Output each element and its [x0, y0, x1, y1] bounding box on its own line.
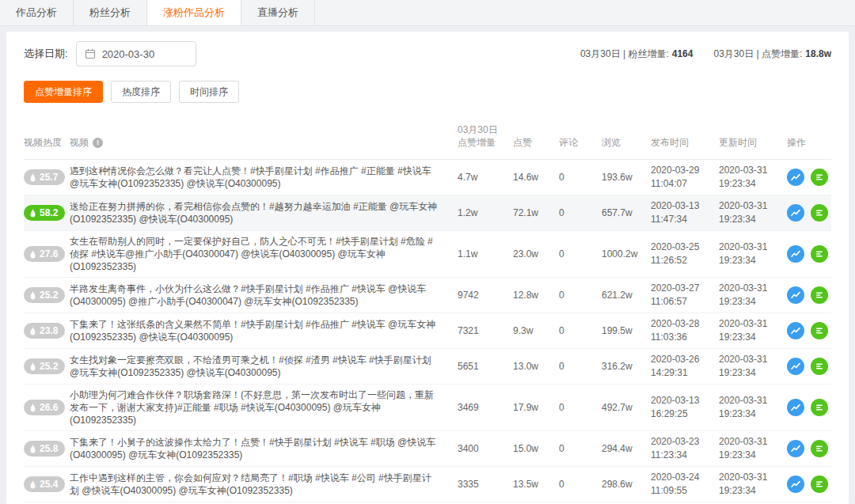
- video-title[interactable]: 女生找对象一定要擦亮双眼，不给渣男可乘之机！#侦探 #渣男 #快说车 #快手剧星…: [70, 354, 440, 379]
- list-icon: [814, 290, 825, 301]
- trend-chart-button[interactable]: [787, 286, 804, 304]
- trend-chart-button[interactable]: [787, 399, 804, 416]
- trend-chart-button[interactable]: [787, 440, 804, 457]
- heat-cell: 25.2: [24, 358, 70, 374]
- tab-works-analysis[interactable]: 作品分析: [0, 0, 74, 25]
- update-date: 2020-03-31: [719, 317, 787, 331]
- video-title[interactable]: 下集来了！这张纸条的含义果然不简单！#快手剧星计划 #作品推广 #快说车 @玩车…: [70, 318, 440, 343]
- update-date: 2020-03-31: [719, 164, 787, 177]
- line-chart-icon: [790, 248, 801, 260]
- heat-value: 58.2: [40, 207, 58, 219]
- likes-value: 17.9w: [513, 402, 538, 413]
- flame-icon: [29, 445, 36, 453]
- detail-list-button[interactable]: [811, 440, 828, 457]
- action-cell: [787, 440, 831, 457]
- comments-value: 0: [559, 402, 564, 413]
- action-cell: [787, 245, 831, 263]
- list-icon: [814, 361, 825, 372]
- video-cell: 下集来了！小舅子的这波操作太给力了！点赞！#快手剧星计划 #快说车 #职场 @快…: [70, 436, 458, 461]
- video-cell: 送给正在努力拼搏的你，看完相信你会点赞的！#越努力越幸运加油 #正能量 @玩车女…: [70, 200, 458, 225]
- comments-cell: 0: [559, 478, 602, 491]
- date-picker[interactable]: 2020-03-30: [76, 41, 196, 66]
- likes-value: 9.3w: [513, 325, 533, 336]
- views-value: 199.5w: [602, 325, 633, 336]
- detail-list-button[interactable]: [811, 286, 828, 304]
- views-cell: 193.6w: [602, 171, 651, 184]
- update-clock: 19:23:34: [719, 295, 787, 309]
- publish-date: 2020-03-27: [651, 282, 719, 295]
- flame-icon: [29, 250, 36, 259]
- like-increase-cell: 7321: [458, 324, 513, 337]
- views-value: 621.2w: [602, 290, 633, 301]
- action-cell: [787, 399, 831, 416]
- publish-date: 2020-03-29: [651, 164, 719, 177]
- likes-value: 13.5w: [513, 479, 538, 490]
- sort-by-like-increase-button[interactable]: 点赞增量排序: [24, 81, 103, 103]
- video-cell: 下集来了！这张纸条的含义果然不简单！#快手剧星计划 #作品推广 #快说车 @玩车…: [70, 318, 458, 343]
- likes-cell: 15.0w: [513, 442, 559, 455]
- trend-chart-button[interactable]: [787, 322, 804, 339]
- comments-value: 0: [559, 248, 564, 260]
- detail-list-button[interactable]: [811, 169, 828, 186]
- comments-value: 0: [559, 443, 564, 454]
- fans-increase-stat: 03月30日 | 粉丝增量:4164: [580, 47, 694, 61]
- detail-list-button[interactable]: [811, 245, 828, 263]
- publish-clock: 11:09:55: [651, 484, 719, 498]
- publish-time-cell: 2020-03-13 16:29:25: [651, 394, 719, 421]
- tab-fan-growth-works-analysis[interactable]: 涨粉作品分析: [147, 0, 241, 25]
- detail-list-button[interactable]: [811, 476, 828, 493]
- update-time-cell: 2020-03-31 19:23:34: [719, 394, 787, 421]
- trend-chart-button[interactable]: [787, 476, 804, 493]
- tab-live-analysis[interactable]: 直播分析: [241, 0, 315, 25]
- trend-chart-button[interactable]: [787, 204, 804, 222]
- likes-cell: 9.3w: [513, 324, 559, 337]
- video-title[interactable]: 工作中遇到这样的主管，你会如何应对？结局亮了！#职场 #快说车 #公司 #快手剧…: [70, 472, 440, 497]
- calendar-icon: [85, 48, 96, 59]
- detail-list-button[interactable]: [811, 322, 828, 339]
- trend-chart-button[interactable]: [787, 358, 804, 375]
- video-title[interactable]: 下集来了！小舅子的这波操作太给力了！点赞！#快手剧星计划 #快说车 #职场 @快…: [70, 436, 440, 461]
- likes-cell: 23.0w: [513, 248, 559, 260]
- header-comments: 评论: [559, 136, 602, 149]
- header-likes: 点赞: [513, 136, 559, 149]
- video-title[interactable]: 送给正在努力拼搏的你，看完相信你会点赞的！#越努力越幸运加油 #正能量 @玩车女…: [70, 200, 440, 225]
- update-clock: 19:23:34: [719, 254, 787, 267]
- video-title[interactable]: 女生在帮助别人的同时，一定要保护好自己，防人之心不可无！#快手剧星计划 #危险 …: [70, 235, 440, 273]
- trend-chart-button[interactable]: [787, 169, 804, 186]
- update-time-cell: 2020-03-31 19:23:34: [719, 353, 787, 380]
- heat-cell: 23.8: [24, 323, 70, 339]
- update-time-cell: 2020-03-31 19:23:34: [719, 317, 787, 344]
- detail-list-button[interactable]: [811, 399, 828, 416]
- video-info-icon[interactable]: !: [93, 138, 103, 148]
- action-cell: [787, 286, 831, 304]
- sort-by-time-button[interactable]: 时间排序: [179, 81, 239, 103]
- main-panel: 选择日期: 2020-03-30 03月30日 | 粉丝增量:4164 03月3…: [6, 32, 849, 504]
- comments-cell: 0: [559, 442, 602, 455]
- video-title[interactable]: 遇到这种情况你会怎么做？看完让人点赞！#快手剧星计划 #作品推广 #正能量 #快…: [70, 165, 440, 190]
- like-increase-value: 5651: [458, 361, 479, 372]
- video-title[interactable]: 小助理为何刁难合作伙伴？职场套路深！(不好意思，第一次发布时出了一些问题，重新发…: [70, 388, 440, 426]
- fans-increase-value: 4164: [672, 48, 694, 59]
- views-cell: 294.4w: [602, 442, 651, 455]
- header-like-increase: 03月30日 点赞增量: [458, 123, 513, 149]
- update-date: 2020-03-31: [719, 435, 787, 449]
- comments-value: 0: [559, 479, 564, 490]
- header-update-time: 更新时间: [719, 136, 787, 149]
- likes-cell: 12.8w: [513, 289, 559, 301]
- views-value: 294.4w: [602, 443, 633, 454]
- detail-list-button[interactable]: [811, 358, 828, 375]
- publish-time-cell: 2020-03-29 11:04:07: [651, 164, 719, 191]
- comments-value: 0: [559, 290, 564, 301]
- detail-list-button[interactable]: [811, 204, 828, 222]
- heat-cell: 25.7: [24, 169, 70, 185]
- update-date: 2020-03-31: [719, 241, 787, 254]
- sort-by-heat-button[interactable]: 热度排序: [111, 81, 171, 103]
- video-title[interactable]: 半路发生离奇事件，小伙为什么这么做？#快手剧星计划 #作品推广 #快说车 @快说…: [70, 282, 440, 308]
- update-time-cell: 2020-03-31 19:23:34: [719, 164, 787, 191]
- update-time-cell: 2020-03-31 19:23:34: [719, 199, 787, 226]
- tab-fans-analysis[interactable]: 粉丝分析: [74, 0, 147, 25]
- publish-clock: 11:23:34: [651, 449, 719, 462]
- table-row: 25.2 女生找对象一定要擦亮双眼，不给渣男可乘之机！#侦探 #渣男 #快说车 …: [24, 349, 831, 385]
- trend-chart-button[interactable]: [787, 245, 804, 263]
- heat-badge: 26.6: [24, 400, 65, 415]
